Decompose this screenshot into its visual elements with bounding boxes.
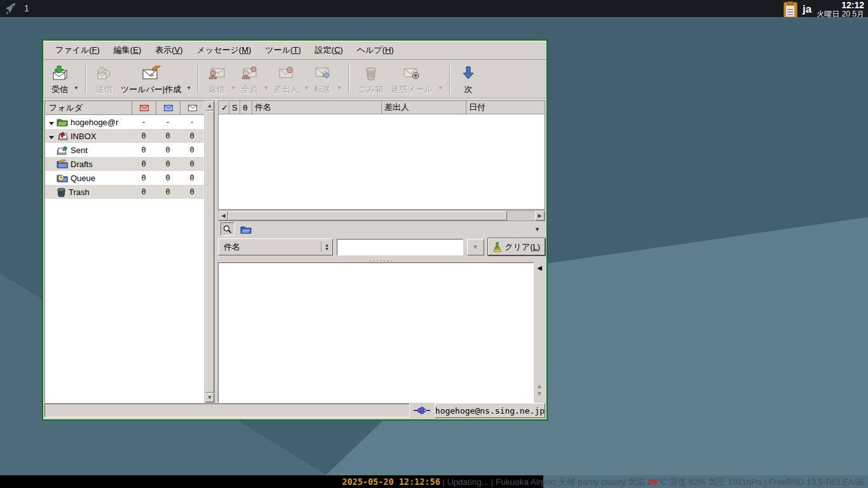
folder-row-drafts[interactable]: Drafts 0 0 0	[45, 157, 204, 171]
reply-dropdown-arrow[interactable]: ▼	[231, 71, 236, 91]
search-folder-button[interactable]	[238, 222, 254, 236]
pane-splitter-handle[interactable]: ·······	[218, 258, 545, 262]
search-history-dropdown[interactable]: ▼	[467, 239, 484, 255]
junk-mail-icon	[403, 65, 421, 81]
mail-client-window: ファイル(F) 編集(E) 表示(V) メッセージ(M) ツール(T) 設定(C…	[42, 39, 548, 421]
new-envelope-icon[interactable]	[156, 101, 180, 114]
reply-all-icon	[241, 65, 259, 81]
next-arrow-icon	[463, 65, 474, 81]
window-status-bar: hogehoge@ns.sing.ne.jp	[43, 402, 546, 419]
junk-dropdown-arrow[interactable]: ▼	[438, 71, 443, 91]
menu-help[interactable]: ヘルプ(H)	[351, 42, 400, 58]
folder-row-account[interactable]: hogehoge@r - - -	[45, 115, 204, 129]
menu-view[interactable]: 表示(V)	[149, 42, 188, 58]
column-attachment[interactable]: 0	[240, 101, 252, 114]
clock[interactable]: 12:12 火曜日 20 5月	[817, 1, 867, 18]
trash-folder-icon	[57, 187, 66, 197]
clock-time: 12:12	[817, 1, 864, 10]
scrollbar-thumb[interactable]	[205, 111, 214, 393]
junk-button[interactable]: 迷惑メール	[387, 63, 437, 96]
reply-sender-button[interactable]: 差出人	[270, 63, 302, 96]
folder-column-header[interactable]: フォルダ	[45, 102, 132, 114]
message-view[interactable]	[218, 262, 534, 403]
column-mark[interactable]: ✓	[219, 101, 229, 114]
account-indicator[interactable]: hogehoge@ns.sing.ne.jp	[435, 403, 545, 418]
folder-pane-scrollbar[interactable]: ▲ ▼	[205, 100, 215, 403]
search-icon	[223, 225, 232, 234]
queue-folder-icon	[57, 173, 68, 182]
expander-icon[interactable]	[48, 118, 55, 127]
keyboard-layout-indicator[interactable]: ja	[803, 3, 811, 16]
forward-icon	[314, 65, 332, 81]
attachment-pane-toggle-icon[interactable]: ◀	[537, 265, 542, 271]
quick-search-bar: ▼	[218, 221, 545, 237]
receive-button[interactable]: 受信	[47, 63, 72, 96]
statusbar-temperature: 29	[648, 477, 657, 487]
column-status[interactable]: S	[229, 101, 240, 114]
compose-dropdown-arrow[interactable]: ▼	[186, 71, 191, 91]
connection-plug-icon[interactable]	[412, 406, 432, 415]
drafts-folder-icon	[57, 159, 68, 168]
message-view-row: ◀ ▲▼	[218, 262, 545, 403]
bottom-status-bar: 2025-05-20 12:12:56 | Updating... | Fuku…	[0, 475, 868, 488]
forward-button[interactable]: 転送	[310, 63, 336, 96]
reply-sender-dropdown-arrow[interactable]: ▼	[304, 71, 309, 91]
scroll-up-icon[interactable]: ▲	[205, 101, 214, 111]
quick-search-input[interactable]	[337, 239, 463, 255]
folder-row-trash[interactable]: Trash 0 0 0	[45, 185, 204, 199]
toolbar-separator	[348, 65, 349, 93]
workspace-indicator[interactable]: 1	[24, 3, 29, 13]
blue-folder-icon	[240, 225, 252, 234]
scroll-right-icon[interactable]: ▶	[535, 211, 545, 220]
statusbar-datetime: 2025-05-20 12:12:56	[342, 477, 440, 487]
clock-date: 火曜日 20 5月	[817, 10, 864, 18]
forward-dropdown-arrow[interactable]: ▼	[337, 71, 342, 91]
message-list[interactable]	[218, 114, 545, 210]
expander-icon[interactable]	[48, 132, 55, 141]
menu-tools[interactable]: ツール(T)	[259, 42, 306, 58]
toolbar-separator	[85, 65, 86, 93]
quick-search-expand-arrow[interactable]: ▼	[534, 226, 543, 233]
broom-icon	[492, 242, 502, 252]
scroll-down-icon[interactable]: ▼	[205, 393, 214, 402]
receive-dropdown-arrow[interactable]: ▼	[74, 71, 79, 91]
folder-row-inbox[interactable]: INBOX 0 0 0	[45, 129, 204, 143]
column-subject[interactable]: 件名	[252, 101, 382, 114]
column-date[interactable]: 日付	[466, 101, 545, 114]
message-list-hscrollbar[interactable]: ◀ ▶	[218, 210, 545, 221]
scrollbar-thumb[interactable]	[228, 211, 507, 220]
reply-all-button[interactable]: 全員	[237, 63, 262, 96]
send-button[interactable]: 送信	[92, 63, 117, 96]
folder-pane-header[interactable]: フォルダ	[45, 101, 204, 115]
compose-button[interactable]: ツールバー|作成	[117, 63, 185, 96]
filter-target-combo[interactable]: 件名 ▲▼	[218, 238, 333, 255]
menu-configuration[interactable]: 設定(C)	[309, 42, 349, 58]
sent-folder-icon	[57, 146, 68, 155]
menu-message[interactable]: メッセージ(M)	[191, 42, 257, 58]
message-view-scroll-arrows[interactable]: ▲▼	[536, 383, 543, 398]
folder-row-sent[interactable]: Sent 0 0 0	[45, 143, 204, 157]
statusbar-weather-text: | Updating... | Fukuoka Airport 天候 partl…	[440, 477, 648, 487]
filter-row: 件名 ▲▼ ▼ クリア(L)	[218, 237, 545, 258]
clipboard-tray-icon[interactable]	[783, 2, 797, 18]
compose-mail-icon	[140, 65, 162, 81]
column-from[interactable]: 差出人	[382, 101, 466, 114]
next-button[interactable]: 次	[456, 63, 481, 96]
send-mail-icon	[96, 65, 112, 81]
launcher-rocket-icon[interactable]	[4, 1, 18, 15]
account-folder-icon	[57, 118, 68, 126]
trash-button[interactable]: ごみ箱	[355, 63, 388, 96]
reply-button[interactable]: 返信	[204, 63, 229, 96]
clear-button[interactable]: クリア(L)	[488, 238, 545, 255]
filter-target-value: 件名	[224, 241, 240, 253]
reply-all-dropdown-arrow[interactable]: ▼	[264, 71, 269, 91]
total-envelope-icon[interactable]	[180, 101, 204, 114]
search-toggle-button[interactable]	[220, 222, 234, 236]
desktop-wallpaper: 1 ja 12:12 火曜日 20 5月 ファイル(F) 編集(E) 表示(V)	[0, 0, 868, 488]
inbox-icon	[57, 132, 68, 141]
menu-file[interactable]: ファイル(F)	[50, 42, 105, 58]
scroll-left-icon[interactable]: ◀	[219, 211, 228, 220]
folder-row-queue[interactable]: Queue 0 0 0	[45, 171, 204, 185]
unread-envelope-icon[interactable]	[132, 101, 156, 114]
menu-edit[interactable]: 編集(E)	[108, 42, 147, 58]
